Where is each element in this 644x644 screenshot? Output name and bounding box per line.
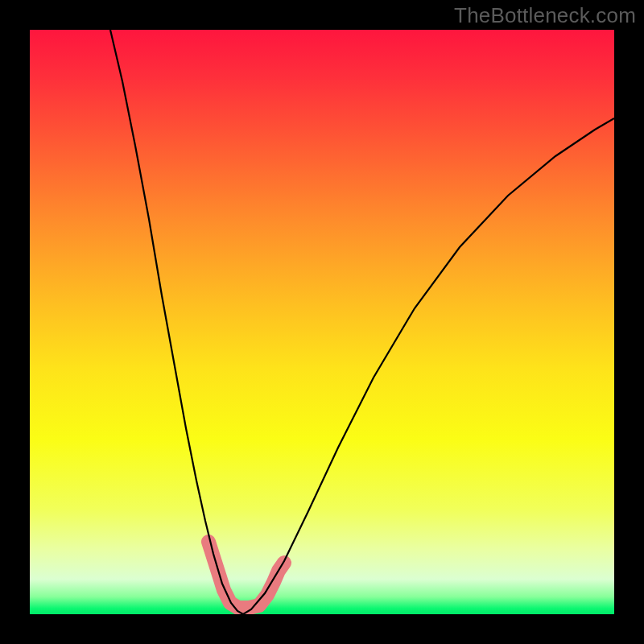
plot-area <box>30 30 614 614</box>
left-curve <box>110 30 243 614</box>
right-curve <box>243 118 614 614</box>
watermark-text: TheBottleneck.com <box>454 3 636 28</box>
curve-layer <box>30 30 614 614</box>
chart-frame: TheBottleneck.com <box>0 0 644 644</box>
